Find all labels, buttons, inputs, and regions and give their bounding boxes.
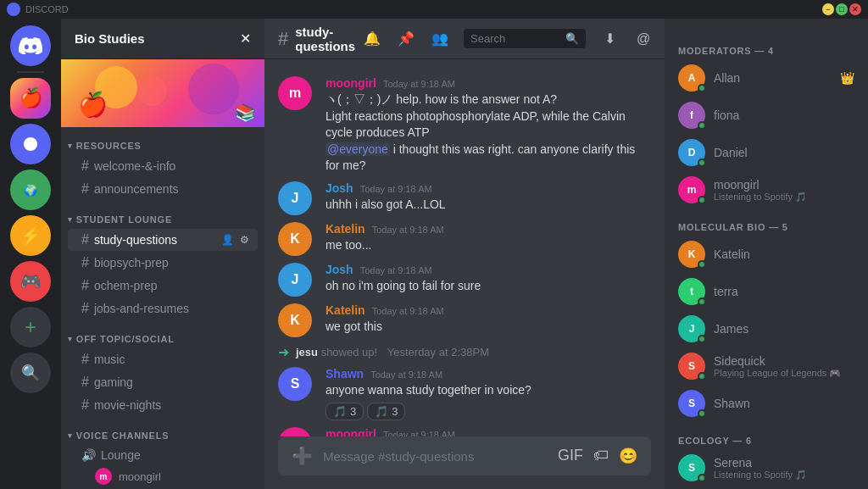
- gear-icon[interactable]: ⚙: [237, 233, 251, 247]
- channel-gaming[interactable]: # gaming: [68, 371, 258, 393]
- avatar: D: [678, 139, 705, 166]
- server-icon-5[interactable]: 🎮: [10, 261, 51, 302]
- avatar: m: [95, 468, 112, 485]
- avatar: K: [278, 222, 312, 256]
- member-info: James: [714, 322, 854, 336]
- member-daniel[interactable]: D Daniel: [671, 134, 861, 171]
- voice-member-moongirl[interactable]: m moongirl: [68, 466, 258, 486]
- member-info: Serena Listening to Spotify 🎵: [714, 456, 854, 481]
- minimize-button[interactable]: −: [822, 3, 834, 15]
- message-8: m moongirl Today at 9:18 AM this video r…: [264, 424, 665, 436]
- status-online-dot: [698, 372, 706, 381]
- title-bar: DISCORD − □ ✕: [0, 0, 868, 19]
- category-resources[interactable]: ▾ RESOURCES: [61, 127, 264, 154]
- message-2: J Josh Today at 9:18 AM uhhh i also got …: [264, 178, 665, 219]
- member-name: Serena: [714, 456, 752, 470]
- hash-icon: #: [81, 301, 89, 316]
- server-icon-3[interactable]: 🌍: [10, 169, 51, 210]
- members-icon[interactable]: 👥: [430, 29, 450, 49]
- member-name: fiona: [714, 108, 739, 122]
- mention[interactable]: @everyone: [326, 142, 390, 156]
- avatar: t: [678, 278, 705, 305]
- pin-icon[interactable]: 📌: [396, 29, 416, 49]
- gif-icon[interactable]: GIF: [558, 447, 583, 465]
- member-info: Allan 👑: [714, 71, 854, 85]
- channel-study-questions[interactable]: # study-questions 👤 ⚙: [68, 229, 258, 251]
- channel-actions: 👤 ⚙: [220, 233, 251, 247]
- search-input[interactable]: [470, 32, 560, 45]
- status-online-dot: [698, 158, 706, 167]
- channel-name: music: [94, 353, 251, 366]
- maximize-button[interactable]: □: [836, 3, 848, 15]
- member-name: terra: [714, 285, 738, 298]
- member-name: Daniel: [714, 146, 748, 159]
- channel-name: jobs-and-resumes: [94, 302, 251, 315]
- server-header[interactable]: Bio Studies ✕: [61, 19, 264, 59]
- username[interactable]: moongirl: [326, 427, 376, 436]
- plus-icon[interactable]: ➕: [292, 446, 313, 466]
- timestamp: Today at 9:18 AM: [372, 306, 444, 316]
- status-online-dot: [698, 121, 706, 130]
- channel-name: biopsych-prep: [94, 256, 251, 270]
- add-server-button[interactable]: +: [10, 307, 51, 347]
- channel-name: gaming: [94, 375, 251, 389]
- category-off-topic[interactable]: ▾ OFF TOPIC/SOCIAL: [61, 320, 264, 347]
- message-text: we got this: [326, 319, 651, 336]
- server-list: 🍎 🌍 ⚡ 🎮 + 🔍: [0, 19, 61, 489]
- download-icon[interactable]: ⬇: [599, 29, 620, 49]
- message-content: moongirl Today at 9:18 AM ヽ(；▽；)ノ help. …: [326, 76, 651, 175]
- reaction-2[interactable]: 🎵 3: [367, 403, 405, 420]
- channel-jobs[interactable]: # jobs-and-resumes: [68, 297, 258, 320]
- member-shawn-mol[interactable]: S Shawn: [671, 385, 861, 422]
- hash-icon: #: [81, 352, 89, 367]
- channel-biopsych[interactable]: # biopsych-prep: [68, 252, 258, 274]
- member-fiona[interactable]: f fiona: [671, 97, 861, 134]
- member-james[interactable]: J James: [671, 310, 861, 347]
- username[interactable]: Josh: [326, 181, 353, 195]
- chat-header: # study-questions 🔔 📌 👥 🔍 ⬇ @ ❓: [264, 19, 665, 59]
- username[interactable]: Shawn: [326, 367, 364, 381]
- reaction-1[interactable]: 🎵 3: [326, 403, 364, 420]
- server-icon-2[interactable]: [10, 124, 51, 164]
- member-terra[interactable]: t terra: [671, 273, 861, 310]
- channel-music[interactable]: # music: [68, 348, 258, 370]
- channel-welcome[interactable]: # welcome-&-info: [68, 155, 258, 177]
- member-name: Shawn: [714, 397, 750, 410]
- member-katelin[interactable]: K Katelin: [671, 236, 861, 273]
- avatar: A: [678, 64, 705, 92]
- message-text: anyone wanna study together in voice?: [326, 382, 651, 399]
- message-content: Katelin Today at 9:18 AM we got this: [326, 303, 651, 337]
- at-icon[interactable]: @: [633, 29, 654, 49]
- emoji-icon[interactable]: 😊: [619, 447, 637, 465]
- hash-icon: #: [81, 278, 89, 293]
- category-label: RESOURCES: [76, 141, 142, 151]
- category-voice[interactable]: ▾ VOICE CHANNELS: [61, 417, 264, 444]
- add-members-icon[interactable]: 👤: [220, 233, 234, 247]
- member-sidequick[interactable]: S Sidequick Playing League of Legends 🎮: [671, 347, 861, 385]
- speaker-icon: 🔊: [81, 448, 96, 462]
- channel-ochem[interactable]: # ochem-prep: [68, 275, 258, 297]
- status-online-dot: [698, 84, 706, 92]
- member-allan[interactable]: A Allan 👑: [671, 59, 861, 97]
- member-moongirl-mod[interactable]: m moongirl Listening to Spotify 🎵: [671, 171, 861, 208]
- discord-titlebar-icon: [7, 3, 20, 16]
- sticker-icon[interactable]: 🏷: [593, 447, 609, 465]
- server-icon-bio-studies[interactable]: 🍎: [10, 78, 51, 119]
- server-icon-discord[interactable]: [10, 25, 51, 66]
- category-student-lounge[interactable]: ▾ STUDENT LOUNGE: [61, 201, 264, 228]
- status-online-dot: [698, 260, 706, 269]
- username[interactable]: moongirl: [326, 76, 376, 90]
- member-serena[interactable]: S Serena Listening to Spotify 🎵: [671, 449, 861, 486]
- voice-channel-lounge[interactable]: 🔊 Lounge: [68, 445, 258, 465]
- explore-icon[interactable]: 🔍: [10, 353, 51, 393]
- bell-icon[interactable]: 🔔: [362, 29, 382, 49]
- message-input[interactable]: [323, 449, 548, 464]
- close-button[interactable]: ✕: [849, 3, 861, 15]
- title-bar-left: DISCORD: [7, 3, 69, 16]
- username[interactable]: Josh: [326, 263, 353, 276]
- channel-announcements[interactable]: # announcements: [68, 178, 258, 200]
- server-icon-4[interactable]: ⚡: [10, 215, 51, 256]
- channel-movie-nights[interactable]: # movie-nights: [68, 394, 258, 416]
- username[interactable]: Katelin: [326, 303, 365, 317]
- username[interactable]: Katelin: [326, 222, 365, 236]
